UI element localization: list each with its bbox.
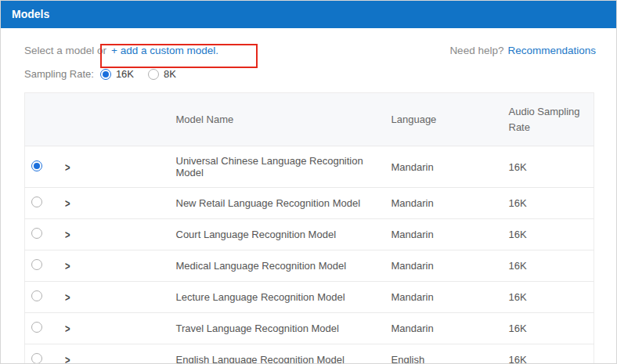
model-name-cell: New Retail Language Recognition Model [170, 188, 385, 219]
row-expand-cell: > [58, 313, 170, 344]
recommendations-link[interactable]: Recommendations [507, 45, 596, 56]
sampling-option-8k-label: 8K [164, 68, 176, 80]
select-model-text: Select a model or [24, 45, 106, 56]
row-expand-cell: > [58, 188, 170, 219]
model-table: Model Name Language Audio Sampling Rate … [24, 92, 594, 364]
rate-cell: 16K [503, 250, 594, 282]
model-name-text: Court Language Recognition Model [176, 229, 337, 240]
language-cell: English [385, 344, 503, 364]
row-radio-button[interactable] [31, 228, 42, 239]
expand-chevron-icon[interactable]: > [65, 322, 70, 335]
table-row[interactable]: > Travel Language Recognition Model Mand… [25, 313, 594, 344]
language-cell: Mandarin [385, 282, 503, 313]
language-cell: Mandarin [385, 188, 503, 219]
rate-cell: 16K [503, 282, 594, 313]
column-header-radio [25, 93, 58, 146]
row-radio-cell [25, 344, 58, 364]
expand-chevron-icon[interactable]: > [65, 353, 70, 364]
row-radio-button[interactable] [31, 259, 42, 270]
need-help-label: Need help? [449, 45, 503, 56]
add-custom-model-link[interactable]: + add a custom model. [111, 45, 218, 56]
column-header-audio-sampling-rate: Audio Sampling Rate [503, 93, 594, 146]
table-row[interactable]: > Universal Chinese Language Recognition… [25, 146, 594, 188]
model-name-cell: English Language Recognition Model [170, 344, 385, 364]
row-expand-cell: > [58, 219, 170, 250]
model-name-cell: Medical Language Recognition Model [170, 250, 385, 282]
row-radio-button[interactable] [31, 353, 42, 364]
row-expand-cell: > [58, 146, 170, 188]
language-cell: Mandarin [385, 313, 503, 344]
radio-icon-16k[interactable] [100, 69, 111, 80]
row-expand-cell: > [58, 344, 170, 364]
sampling-rate-label: Sampling Rate: [24, 68, 94, 80]
row-radio-cell [25, 313, 58, 344]
need-help-text: Need help?Recommendations [449, 45, 596, 56]
model-table-body: > Universal Chinese Language Recognition… [25, 146, 594, 364]
row-radio-button[interactable] [31, 160, 42, 171]
table-row[interactable]: > Medical Language Recognition Model Man… [25, 250, 594, 282]
sampling-option-8k[interactable]: 8K [148, 68, 176, 80]
row-expand-cell: > [58, 250, 170, 282]
title-bar: Models [1, 1, 616, 28]
model-name-cell: Court Language Recognition Model [170, 219, 385, 250]
table-row[interactable]: > New Retail Language Recognition Model … [25, 188, 594, 219]
model-name-text: Lecture Language Recognition Model [176, 291, 345, 303]
model-name-text: English Language Recognition Model [176, 354, 345, 364]
model-name-text: Travel Language Recognition Model [176, 323, 339, 334]
model-name-text: Universal Chinese Language Recognition M… [176, 155, 363, 178]
row-radio-cell [25, 146, 58, 188]
expand-chevron-icon[interactable]: > [65, 160, 70, 174]
model-table-header: Model Name Language Audio Sampling Rate [25, 93, 594, 146]
sampling-rate-row: Sampling Rate: 16K 8K [1, 56, 616, 80]
model-name-cell: Lecture Language Recognition Model [170, 282, 385, 313]
radio-icon-8k[interactable] [148, 69, 159, 80]
expand-chevron-icon[interactable]: > [65, 196, 70, 210]
language-cell: Mandarin [385, 146, 503, 188]
table-row[interactable]: > Court Language Recognition Model Manda… [25, 219, 594, 250]
rate-cell: 16K [503, 313, 594, 344]
model-name-cell: Universal Chinese Language Recognition M… [170, 146, 385, 188]
row-radio-button[interactable] [31, 196, 42, 207]
column-header-model-name: Model Name [170, 93, 385, 146]
sampling-option-16k-label: 16K [116, 68, 134, 80]
row-radio-cell [25, 282, 58, 313]
page-title: Models [12, 8, 49, 20]
model-name-cell: Travel Language Recognition Model [170, 313, 385, 344]
model-name-text: Medical Language Recognition Model [176, 260, 347, 272]
rate-cell: 16K [503, 344, 594, 364]
row-radio-cell [25, 188, 58, 219]
rate-cell: 16K [503, 219, 594, 250]
rate-cell: 16K [503, 188, 594, 219]
rate-cell: 16K [503, 146, 594, 188]
column-header-expand [58, 93, 170, 146]
sampling-option-16k[interactable]: 16K [100, 68, 134, 80]
model-name-text: New Retail Language Recognition Model [176, 197, 361, 209]
expand-chevron-icon[interactable]: > [65, 290, 70, 304]
row-radio-button[interactable] [31, 290, 42, 301]
header-row: Model Name Language Audio Sampling Rate [25, 93, 594, 146]
models-panel: Models Select a model or + add a custom … [0, 0, 617, 364]
table-row[interactable]: > Lecture Language Recognition Model Man… [25, 282, 594, 313]
row-expand-cell: > [58, 282, 170, 313]
row-radio-cell [25, 219, 58, 250]
expand-chevron-icon[interactable]: > [65, 228, 70, 241]
toolbar: Select a model or + add a custom model. … [1, 28, 616, 56]
language-cell: Mandarin [385, 219, 503, 250]
expand-chevron-icon[interactable]: > [65, 259, 70, 272]
row-radio-button[interactable] [31, 322, 42, 333]
row-radio-cell [25, 250, 58, 282]
language-cell: Mandarin [385, 250, 503, 282]
table-row[interactable]: > English Language Recognition Model Eng… [25, 344, 594, 364]
column-header-language: Language [385, 93, 503, 146]
